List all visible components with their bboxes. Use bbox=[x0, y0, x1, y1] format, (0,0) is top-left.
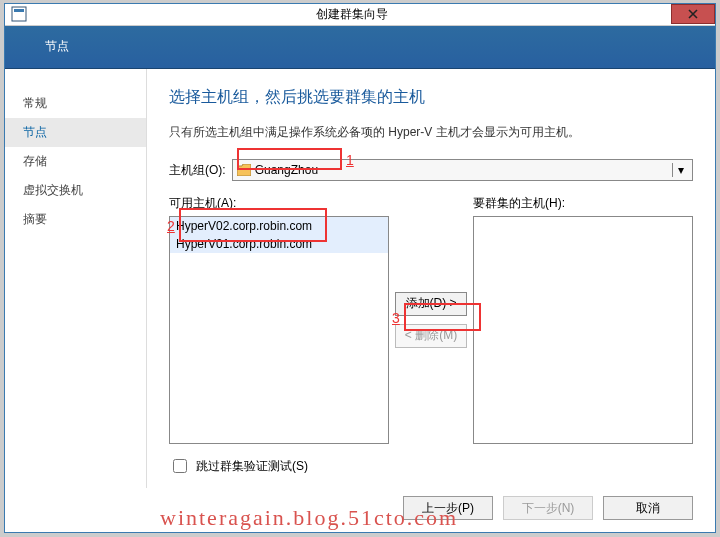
sidebar-item-storage[interactable]: 存储 bbox=[5, 147, 146, 176]
add-button[interactable]: 添加(D) > bbox=[395, 292, 467, 316]
wizard-footer: 上一步(P) 下一步(N) 取消 bbox=[5, 488, 715, 532]
skip-validation-label: 跳过群集验证测试(S) bbox=[196, 458, 308, 475]
page-description: 只有所选主机组中满足操作系统必备项的 Hyper-V 主机才会显示为可用主机。 bbox=[169, 124, 693, 141]
available-label: 可用主机(A): bbox=[169, 195, 389, 212]
available-column: 可用主机(A): HyperV02.corp.robin.com HyperV0… bbox=[169, 195, 389, 444]
cluster-column: 要群集的主机(H): bbox=[473, 195, 693, 444]
sidebar-item-general[interactable]: 常规 bbox=[5, 89, 146, 118]
folder-icon bbox=[237, 164, 251, 176]
skip-validation-row: 跳过群集验证测试(S) bbox=[169, 456, 693, 476]
step-sidebar: 常规 节点 存储 虚拟交换机 摘要 bbox=[5, 69, 147, 488]
sidebar-item-virtual-switch[interactable]: 虚拟交换机 bbox=[5, 176, 146, 205]
lists-row: 可用主机(A): HyperV02.corp.robin.com HyperV0… bbox=[169, 195, 693, 444]
list-item[interactable]: HyperV02.corp.robin.com bbox=[170, 217, 388, 235]
hostgroup-row: 主机组(O): GuangZhou ▾ bbox=[169, 159, 693, 181]
cancel-button[interactable]: 取消 bbox=[603, 496, 693, 520]
main-panel: 选择主机组，然后挑选要群集的主机 只有所选主机组中满足操作系统必备项的 Hype… bbox=[147, 69, 715, 488]
remove-button: < 删除(M) bbox=[395, 324, 467, 348]
page-title: 选择主机组，然后挑选要群集的主机 bbox=[169, 87, 693, 108]
skip-validation-checkbox[interactable] bbox=[173, 459, 187, 473]
transfer-buttons: 添加(D) > < 删除(M) bbox=[389, 195, 473, 444]
sidebar-item-nodes[interactable]: 节点 bbox=[5, 118, 146, 147]
close-icon bbox=[688, 9, 698, 19]
header-title: 节点 bbox=[45, 38, 69, 55]
wizard-header: 节点 bbox=[5, 26, 715, 69]
next-button: 下一步(N) bbox=[503, 496, 593, 520]
available-hosts-list[interactable]: HyperV02.corp.robin.com HyperV01.corp.ro… bbox=[169, 216, 389, 444]
chevron-down-icon[interactable]: ▾ bbox=[672, 163, 688, 177]
svg-rect-1 bbox=[14, 9, 24, 12]
close-button[interactable] bbox=[671, 4, 715, 24]
sidebar-item-summary[interactable]: 摘要 bbox=[5, 205, 146, 234]
previous-button[interactable]: 上一步(P) bbox=[403, 496, 493, 520]
hostgroup-combo[interactable]: GuangZhou ▾ bbox=[232, 159, 693, 181]
cluster-label: 要群集的主机(H): bbox=[473, 195, 693, 212]
cluster-hosts-list[interactable] bbox=[473, 216, 693, 444]
list-item[interactable]: HyperV01.corp.robin.com bbox=[170, 235, 388, 253]
wizard-window: 创建群集向导 节点 常规 节点 存储 虚拟交换机 摘要 选择主机组，然后挑选要群… bbox=[4, 3, 716, 533]
hostgroup-value: GuangZhou bbox=[255, 163, 672, 177]
title-bar: 创建群集向导 bbox=[5, 4, 715, 26]
hostgroup-label: 主机组(O): bbox=[169, 162, 226, 179]
wizard-body: 常规 节点 存储 虚拟交换机 摘要 选择主机组，然后挑选要群集的主机 只有所选主… bbox=[5, 69, 715, 488]
app-icon bbox=[11, 6, 27, 22]
window-title: 创建群集向导 bbox=[33, 6, 671, 23]
